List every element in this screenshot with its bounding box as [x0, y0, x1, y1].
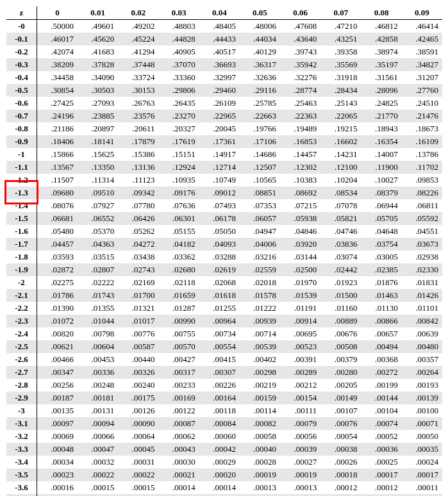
- table-cell: .11507: [37, 174, 78, 186]
- row-header-z: -1.2: [6, 174, 37, 186]
- table-cell: .03754: [361, 238, 402, 251]
- col-header: 0.07: [320, 6, 361, 20]
- table-cell: .21476: [402, 110, 442, 122]
- table-cell: .00015: [118, 481, 158, 494]
- table-cell: .00043: [158, 443, 199, 456]
- row-header-z: -3.5: [6, 468, 37, 481]
- table-cell: .00100: [402, 404, 442, 417]
- table-cell: .02018: [240, 276, 280, 289]
- table-cell: .00014: [199, 481, 240, 494]
- table-cell: .01700: [118, 289, 158, 302]
- col-header: 0.06: [280, 6, 320, 20]
- table-cell: .03288: [199, 251, 240, 263]
- table-cell: .24510: [402, 97, 442, 110]
- table-cell: .36317: [240, 58, 280, 71]
- table-cell: .00045: [118, 443, 158, 456]
- table-cell: .00023: [37, 468, 78, 481]
- table-cell: .18943: [361, 122, 402, 135]
- col-header-z: z: [6, 6, 37, 20]
- table-row: -2.6.00466.00453.00440.00427.00415.00402…: [6, 353, 442, 366]
- table-cell: .00154: [280, 392, 320, 404]
- table-cell: .01743: [78, 289, 118, 302]
- table-cell: .22363: [280, 110, 320, 122]
- table-cell: .00047: [78, 443, 118, 456]
- row-header-z: -2.2: [6, 302, 37, 315]
- table-cell: .00199: [361, 379, 402, 392]
- table-cell: .16853: [280, 135, 320, 148]
- table-cell: .12714: [199, 161, 240, 174]
- table-row: -2.9.00187.00181.00175.00169.00164.00159…: [6, 392, 442, 404]
- table-cell: .11314: [78, 174, 118, 186]
- table-cell: .00054: [320, 430, 361, 443]
- table-cell: .01355: [78, 302, 118, 315]
- table-cell: .04457: [37, 238, 78, 251]
- table-cell: .01287: [158, 302, 199, 315]
- table-header-row: z00.010.020.030.040.050.060.070.080.09: [6, 6, 442, 20]
- row-header-z: -0.2: [6, 45, 37, 58]
- table-cell: .00019: [280, 468, 320, 481]
- table-cell: .03593: [37, 251, 78, 263]
- table-row: -2.2.01390.01355.01321.01287.01255.01222…: [6, 302, 442, 315]
- table-cell: .03836: [320, 238, 361, 251]
- z-table: z00.010.020.030.040.050.060.070.080.09 -…: [6, 6, 442, 496]
- row-header-z: -2.4: [6, 327, 37, 340]
- table-cell: .00621: [37, 340, 78, 353]
- table-cell: .31561: [361, 71, 402, 84]
- table-cell: .17106: [240, 135, 280, 148]
- table-cell: .00013: [240, 481, 280, 494]
- table-cell: .00272: [361, 366, 402, 379]
- table-cell: .00480: [402, 340, 442, 353]
- row-header-z: -3.1: [6, 417, 37, 430]
- table-cell: .42858: [361, 33, 402, 45]
- table-cell: .15625: [78, 148, 118, 161]
- table-cell: .00415: [199, 353, 240, 366]
- table-cell: .00126: [118, 404, 158, 417]
- table-cell: .46017: [37, 33, 78, 45]
- table-cell: .00379: [320, 353, 361, 366]
- table-cell: .00164: [199, 392, 240, 404]
- table-cell: .00015: [78, 481, 118, 494]
- table-row: -3.1.00097.00094.00090.00087.00084.00082…: [6, 417, 442, 430]
- row-header-z: -1.7: [6, 238, 37, 251]
- table-cell: .00114: [240, 404, 280, 417]
- table-cell: .13567: [37, 161, 78, 174]
- row-header-z: -1.5: [6, 212, 37, 225]
- table-cell: .00076: [320, 417, 361, 430]
- table-cell: .02068: [199, 276, 240, 289]
- table-cell: .00776: [118, 327, 158, 340]
- table-row: -1.8.03593.03515.03438.03362.03288.03216…: [6, 251, 442, 263]
- table-cell: .29460: [199, 84, 240, 97]
- table-cell: .07215: [280, 199, 320, 212]
- table-cell: .21770: [361, 110, 402, 122]
- table-cell: .00734: [199, 327, 240, 340]
- table-cell: .00280: [320, 366, 361, 379]
- table-cell: .00069: [37, 430, 78, 443]
- table-cell: .00317: [158, 366, 199, 379]
- table-cell: .00820: [37, 327, 78, 340]
- table-cell: .19215: [320, 122, 361, 135]
- table-cell: .18141: [78, 135, 118, 148]
- table-cell: .41683: [78, 45, 118, 58]
- table-cell: .01659: [158, 289, 199, 302]
- table-cell: .17879: [118, 135, 158, 148]
- table-cell: .43251: [320, 33, 361, 45]
- table-cell: .20327: [158, 122, 199, 135]
- table-cell: .00013: [280, 481, 320, 494]
- table-cell: .09510: [78, 186, 118, 199]
- table-cell: .20611: [118, 122, 158, 135]
- table-cell: .12507: [240, 161, 280, 174]
- row-header-z: -0.4: [6, 71, 37, 84]
- table-cell: .00012: [320, 481, 361, 494]
- row-header-z: -1.9: [6, 263, 37, 276]
- table-cell: .04846: [280, 225, 320, 238]
- col-header: 0.08: [361, 6, 402, 20]
- table-cell: .00016: [37, 481, 78, 494]
- table-row: -0.5.30854.30503.30153.29806.29460.29116…: [6, 84, 442, 97]
- table-cell: .18673: [402, 122, 442, 135]
- table-body: -0.50000.49601.49202.48803.48405.48006.4…: [6, 20, 442, 497]
- table-cell: .27760: [402, 84, 442, 97]
- table-cell: .09176: [158, 186, 199, 199]
- table-cell: .02222: [78, 276, 118, 289]
- table-cell: .00639: [402, 327, 442, 340]
- table-cell: .28096: [361, 84, 402, 97]
